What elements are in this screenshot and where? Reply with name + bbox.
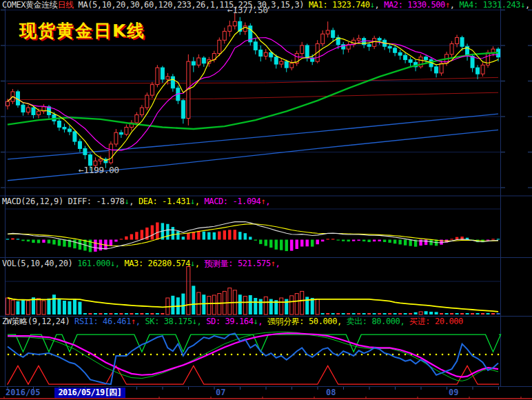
header-segment: RSI1: 46.461 — [74, 317, 131, 326]
high-price-annotation: ←1377.50 — [227, 5, 268, 15]
header-segment: ↓ — [520, 0, 525, 10]
header-segment: ↑ — [131, 317, 136, 326]
charting-app-window: COMEX黄金连续日线 MA(5,10,20,30,60,120,233,26,… — [0, 0, 532, 400]
zw-strategy-header: ZW策略(9,12,24) RSI1: 46.461↑, SK: 38.175↓… — [2, 317, 463, 326]
header-segment: SD: 39.164 — [206, 317, 253, 326]
header-segment: ↑ — [271, 259, 276, 268]
header-segment: ↑ — [445, 0, 450, 10]
selected-date-box[interactable]: 2016/05/19[四] — [54, 388, 125, 398]
header-segment: , — [258, 317, 267, 326]
header-segment: , — [195, 259, 205, 268]
header-segment: , — [450, 0, 460, 10]
header-segment: 卖出: 80.000 — [347, 317, 400, 326]
low-price-annotation: ←1199.00 — [79, 165, 119, 175]
header-segment: , — [265, 197, 270, 206]
timeline-month-label: 07 — [216, 388, 225, 397]
header-segment: ZW策略(9,12,24) — [2, 317, 74, 326]
header-segment: ↓ — [190, 197, 195, 206]
header-segment: , — [525, 0, 532, 10]
header-segment: ↓ — [370, 0, 375, 10]
watermark-title: 现货黄金日K线 — [19, 19, 145, 42]
header-segment: 买进: 20.000 — [409, 317, 463, 326]
header-segment: DEA: -1.431 — [139, 197, 190, 206]
header-segment: , — [195, 197, 205, 206]
header-segment: COMEX黄金连续 — [2, 0, 58, 10]
header-segment: 强弱分界: 50.000 — [267, 317, 337, 326]
header-segment: , — [115, 259, 125, 268]
timeline-month-label: 2016/05 — [6, 388, 41, 397]
header-segment: MA3: 26280.574 — [124, 259, 190, 268]
macd-panel[interactable] — [0, 206, 532, 257]
volume-header: VOL(5,10,40,20) 161.000↓, MA3: 26280.574… — [2, 259, 280, 268]
header-segment: , — [337, 317, 347, 326]
header-segment: , — [400, 317, 409, 326]
header-segment: ↓ — [192, 317, 197, 326]
header-segment: SK: 38.175 — [145, 317, 192, 326]
header-segment: 预测量: 521.575 — [205, 259, 271, 268]
timeline-month-label: 08 — [326, 388, 336, 397]
header-segment: 日线 — [58, 0, 74, 10]
header-segment: ↓ — [190, 259, 195, 268]
header-segment: , — [129, 197, 139, 206]
header-segment: MA4: 1331.243 — [459, 0, 520, 10]
header-segment: DIFF: -1.978 — [68, 197, 125, 206]
timeline-axis[interactable]: 2016/05070809 2016/05/19[四] — [0, 387, 532, 400]
header-segment: VOL(5,10,40,20) — [2, 259, 77, 268]
macd-header: MACD(26,12,9) DIFF: -1.978↓, DEA: -1.431… — [2, 197, 270, 206]
header-segment: ↓ — [110, 259, 115, 268]
header-segment: MA1: 1323.740 — [309, 0, 370, 10]
header-segment: MACD: -1.094 — [205, 197, 261, 206]
header-segment: , — [136, 317, 145, 326]
header-segment: MA2: 1330.500 — [384, 0, 445, 10]
header-segment: MACD(26,12,9) — [2, 197, 68, 206]
timeline-month-label: 09 — [449, 388, 458, 397]
header-segment: 161.000 — [77, 259, 110, 268]
zw-strategy-panel[interactable] — [0, 321, 532, 386]
header-segment: MA(5,10,20,30,60,120,233,26,1,115,225,30… — [74, 0, 309, 10]
header-segment: , — [197, 317, 207, 326]
header-segment: , — [276, 259, 280, 268]
header-segment: , — [375, 0, 385, 10]
volume-panel[interactable] — [0, 266, 532, 316]
